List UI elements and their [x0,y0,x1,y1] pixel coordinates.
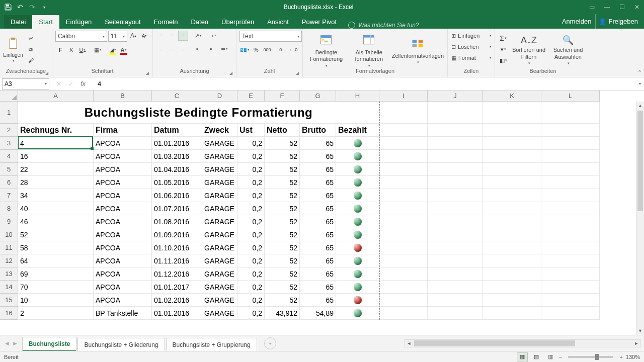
anmelden-link[interactable]: Anmelden [562,18,592,25]
column-header[interactable]: E [237,90,265,102]
formula-input[interactable]: 4 [95,80,636,87]
cell[interactable]: 01.08.2016 [152,215,202,228]
zoom-out-button[interactable]: − [559,354,562,360]
shrink-font-button[interactable]: A▾ [139,31,149,41]
cell[interactable]: 52 [265,202,300,215]
cell[interactable]: 52 [265,228,300,241]
cell[interactable]: APCOA [94,150,152,163]
cell[interactable] [541,307,600,320]
cell[interactable]: 2 [18,307,94,320]
bold-button[interactable]: F [55,45,65,55]
cell[interactable] [336,137,379,150]
tab-daten[interactable]: Daten [184,15,215,29]
cell[interactable] [336,294,379,307]
cell[interactable]: 58 [18,241,94,254]
zoom-level[interactable]: 130% [626,354,640,360]
column-header[interactable]: J [428,90,483,102]
row-header[interactable]: 6 [0,176,18,189]
cell[interactable] [541,241,600,254]
zoom-in-button[interactable]: + [619,354,622,360]
zoom-slider[interactable] [568,356,613,358]
name-box[interactable]: A3▾ [2,78,49,89]
percent-button[interactable]: % [251,45,261,55]
scroll-thumb[interactable] [637,111,643,211]
row-header[interactable]: 5 [0,163,18,176]
cell[interactable] [483,102,541,124]
cell[interactable] [428,241,483,254]
decrease-indent-button[interactable]: ⇤ [193,44,203,54]
cell[interactable]: 70 [18,281,94,294]
tab-ansicht[interactable]: Ansicht [261,15,295,29]
accept-formula-icon[interactable]: ✓ [65,79,76,89]
tab-ueberpruefen[interactable]: Überprüfen [215,15,261,29]
cell[interactable]: 01.10.2016 [152,241,202,254]
orientation-button[interactable]: ↗▾ [193,31,203,41]
cell[interactable] [379,228,428,241]
cell[interactable]: 01.01.2017 [152,281,202,294]
cell[interactable]: GARAGE [202,163,237,176]
cell[interactable] [483,124,541,137]
vertical-scrollbar[interactable]: ▲ ▼ [636,102,644,335]
cell[interactable] [379,254,428,267]
cell[interactable] [428,124,483,137]
cell[interactable]: 65 [300,163,336,176]
cell[interactable]: 01.06.2016 [152,189,202,202]
row-header[interactable]: 11 [0,241,18,254]
cell[interactable]: 54,89 [300,307,336,320]
increase-indent-button[interactable]: ⇥ [204,44,214,54]
row-header[interactable]: 3 [0,137,18,150]
cell[interactable] [379,189,428,202]
cell[interactable]: Brutto [300,124,336,137]
column-header[interactable]: H [336,90,379,102]
font-family-select[interactable]: Calibri▾ [55,31,107,42]
cell[interactable] [428,281,483,294]
cell[interactable]: 0,2 [237,163,265,176]
row-header[interactable]: 7 [0,189,18,202]
new-sheet-button[interactable]: + [264,337,276,349]
cell[interactable] [541,294,600,307]
minimize-icon[interactable]: — [600,2,614,13]
cell[interactable]: GARAGE [202,228,237,241]
row-header[interactable]: 14 [0,281,18,294]
align-middle-button[interactable]: ≡ [167,31,177,41]
horizontal-scrollbar[interactable]: ◄ ► [405,339,641,347]
font-size-select[interactable]: 11▾ [108,31,127,42]
cell[interactable]: 65 [300,150,336,163]
wrap-text-button[interactable]: ↩ [208,31,218,41]
cell[interactable] [428,215,483,228]
cell[interactable]: Netto [265,124,300,137]
cell[interactable]: GARAGE [202,137,237,150]
grow-font-button[interactable]: A▴ [128,31,138,41]
tab-einfuegen[interactable]: Einfügen [59,15,98,29]
cell[interactable]: APCOA [94,281,152,294]
maximize-icon[interactable]: ☐ [615,2,629,13]
row-header[interactable]: 9 [0,215,18,228]
fill-button[interactable]: ▾▾ [498,44,508,54]
cell[interactable] [379,150,428,163]
align-right-button[interactable]: ≡ [178,44,188,54]
cell[interactable] [541,163,600,176]
save-icon[interactable] [4,3,12,11]
cut-button[interactable]: ✂ [25,33,36,43]
dialog-launcher-icon[interactable]: ◢ [228,70,234,76]
cell[interactable] [428,228,483,241]
cell[interactable]: 0,2 [237,137,265,150]
align-left-button[interactable]: ≡ [156,44,166,54]
cell[interactable]: 65 [300,281,336,294]
cell[interactable]: 65 [300,267,336,281]
sheet-next-icon[interactable]: ► [12,340,18,347]
normal-view-button[interactable]: ▦ [517,352,528,361]
qat-customize-icon[interactable]: ▾ [40,3,48,11]
sheet-tab[interactable]: Buchungsliste + Gliederung [77,338,165,351]
cancel-formula-icon[interactable]: ✕ [53,79,64,89]
cell[interactable]: GARAGE [202,189,237,202]
cell[interactable]: APCOA [94,189,152,202]
cell[interactable]: Rechnugs Nr. [18,124,94,137]
page-layout-view-button[interactable]: ▤ [531,352,542,361]
collapse-ribbon-icon[interactable]: ⌃ [637,69,642,76]
cell[interactable]: 52 [265,176,300,189]
row-header[interactable]: 15 [0,294,18,307]
cell[interactable]: 0,2 [237,215,265,228]
cell[interactable]: GARAGE [202,241,237,254]
cell[interactable] [379,202,428,215]
